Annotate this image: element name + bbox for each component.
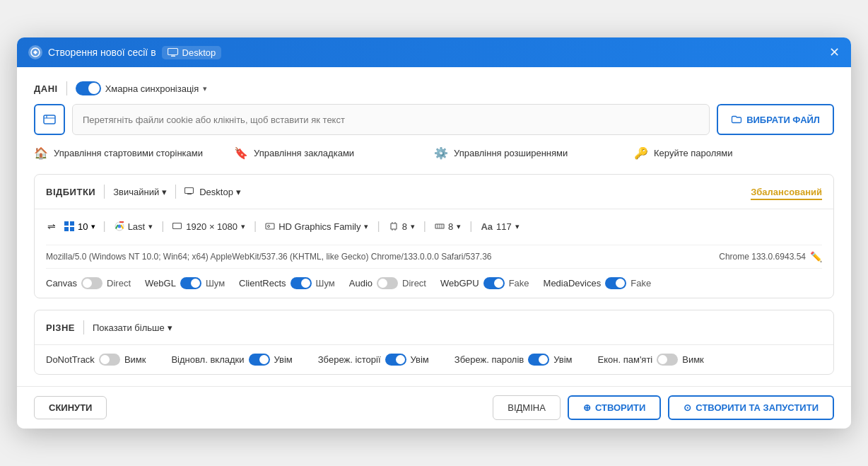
create-launch-button[interactable]: ⊙ СТВОРИТИ ТА ЗАПУСТИТИ — [668, 395, 834, 420]
cores-ctrl[interactable]: 8 ▾ — [387, 219, 416, 235]
restore-tabs-value: Увім — [274, 354, 293, 365]
cancel-button[interactable]: ВІДМІНА — [493, 395, 561, 420]
chevron-gpu: ▾ — [364, 222, 368, 231]
svg-rect-6 — [185, 187, 194, 193]
audio-label: Audio — [349, 278, 373, 289]
webgl-value: Шум — [206, 278, 225, 289]
clientrects-toggle[interactable] — [291, 277, 312, 289]
clientrects-label: ClientRects — [239, 278, 286, 289]
mediadevices-label: MediaDevices — [544, 278, 602, 289]
fingerprints-toggles: Canvas Direct WebGL Шум ClientRects Шум — [46, 277, 822, 289]
webgl-toggle[interactable] — [180, 277, 201, 289]
save-memory-toggle[interactable] — [657, 354, 678, 366]
clientrects-value: Шум — [316, 278, 335, 289]
show-more-label: Показати більше — [93, 322, 165, 333]
browser-version: Last — [128, 221, 146, 232]
dialog: Створення нової сесії в Desktop ✕ ДАНІ Х… — [17, 37, 851, 429]
manage-row: 🏠 Управління стартовими сторінками 🔖 Упр… — [34, 144, 834, 163]
chevron-cores: ▾ — [411, 222, 415, 231]
footer: СКИНУТИ ВІДМІНА ⊕ СТВОРИТИ ⊙ СТВОРИТИ ТА… — [17, 386, 851, 429]
sep5: | — [423, 220, 426, 233]
misc-header: РІЗНЕ Показати більше ▾ — [35, 310, 833, 345]
save-history-item: Збереж. історії Увім — [318, 354, 429, 366]
chevron-more: ▾ — [168, 322, 172, 333]
restore-tabs-toggle[interactable] — [249, 354, 270, 366]
fingerprints-header: ВІДБИТКИ Звичайний ▾ Desktop ▾ — [35, 175, 833, 209]
donottrack-toggle[interactable] — [99, 354, 120, 366]
plus-icon: ⊕ — [583, 402, 591, 413]
manage-extensions[interactable]: ⚙️ Управління розширеннями — [434, 144, 634, 163]
save-memory-item: Екон. пам'яті Вимк — [598, 354, 704, 366]
titlebar-title: Створення нової сесії в — [48, 47, 156, 58]
resolution-ctrl[interactable]: 1920 × 1080 ▾ — [171, 219, 247, 235]
donottrack-value: Вимк — [124, 354, 146, 365]
fingerprints-type: Звичайний — [113, 187, 159, 197]
svg-rect-8 — [64, 221, 69, 226]
bookmark-icon: 🔖 — [234, 146, 248, 160]
create-button[interactable]: ⊕ СТВОРИТИ — [568, 395, 661, 420]
mediadevices-toggle[interactable] — [605, 277, 626, 289]
chevron-res: ▾ — [241, 222, 245, 231]
divider2 — [104, 185, 105, 199]
app-icon — [28, 45, 42, 59]
edit-useragent-icon[interactable]: ✏️ — [810, 251, 822, 262]
ram-ctrl[interactable]: 8 ▾ — [433, 219, 462, 235]
browser-ctrl[interactable]: Last ▾ — [113, 219, 155, 235]
webgl-item: WebGL Шум — [145, 277, 225, 289]
restore-tabs-label: Відновл. вкладки — [171, 354, 244, 365]
sync-toggle[interactable] — [76, 81, 101, 95]
webgpu-toggle[interactable] — [483, 277, 505, 289]
file-button[interactable]: ВИБРАТИ ФАЙЛ — [717, 104, 834, 135]
close-button[interactable]: ✕ — [829, 46, 840, 59]
fingerprints-label: ВІДБИТКИ — [46, 187, 95, 197]
svg-rect-10 — [64, 227, 69, 231]
sync-toggle-container: Хмарна синхронізація ▾ — [76, 81, 208, 95]
save-passwords-toggle[interactable] — [528, 354, 549, 366]
sync-dropdown-icon[interactable]: ▾ — [203, 84, 207, 93]
save-passwords-label: Збереж. паролів — [454, 354, 524, 365]
svg-rect-1 — [168, 48, 177, 54]
data-section: ДАНІ Хмарна синхронізація ▾ — [34, 81, 834, 163]
monitor-icon — [172, 223, 182, 231]
reset-button[interactable]: СКИНУТИ — [34, 396, 107, 419]
manage-start-pages[interactable]: 🏠 Управління стартовими сторінками — [34, 144, 234, 163]
audio-toggle[interactable] — [377, 277, 398, 289]
chevron-ram: ▾ — [457, 222, 461, 231]
shuffle-btn[interactable]: ⇌ — [46, 218, 57, 235]
balanced-container: Збалансований — [751, 185, 822, 198]
gpu-ctrl[interactable]: HD Graphics Family ▾ — [264, 219, 370, 235]
manage-bookmarks[interactable]: 🔖 Управління закладками — [234, 144, 434, 163]
resolution-value: 1920 × 1080 — [186, 221, 237, 232]
sep1: | — [102, 220, 105, 233]
extensions-icon: ⚙️ — [434, 146, 448, 160]
misc-label: РІЗНЕ — [46, 322, 75, 333]
titlebar-left: Створення нової сесії в Desktop — [28, 45, 221, 59]
file-button-label: ВИБРАТИ ФАЙЛ — [746, 115, 820, 125]
ram-icon — [435, 221, 445, 231]
manage-passwords[interactable]: 🔑 Керуйте паролями — [634, 144, 834, 163]
save-memory-label: Екон. пам'яті — [598, 354, 653, 365]
divider4 — [83, 320, 84, 334]
divider3 — [175, 185, 176, 199]
cookie-icon-btn[interactable] — [34, 104, 65, 135]
save-history-toggle[interactable] — [385, 354, 406, 366]
home-icon: 🏠 — [34, 146, 48, 160]
canvas-toggle[interactable] — [81, 277, 102, 289]
cookie-input[interactable] — [72, 104, 710, 135]
manage-extensions-label: Управління розширеннями — [454, 148, 568, 158]
cookie-row: ВИБРАТИ ФАЙЛ — [34, 104, 834, 135]
webgpu-label: WebGPU — [440, 278, 479, 289]
balanced-label: Збалансований — [751, 187, 822, 200]
svg-point-16 — [268, 226, 270, 228]
show-more-btn[interactable]: Показати більше ▾ — [93, 322, 172, 333]
fingerprints-type-dropdown[interactable]: Звичайний ▾ — [113, 187, 167, 197]
chevron-down-icon: ▾ — [162, 187, 167, 197]
webgpu-item: WebGPU Fake — [440, 277, 529, 289]
svg-rect-11 — [70, 227, 74, 231]
sep4: | — [377, 220, 380, 233]
font-ctrl[interactable]: Aa 117 ▾ — [479, 219, 520, 235]
sep2: | — [161, 220, 164, 233]
titlebar-desktop: Desktop — [182, 47, 216, 58]
chevron-font: ▾ — [515, 222, 520, 231]
fingerprints-device-dropdown[interactable]: Desktop ▾ — [184, 187, 241, 197]
